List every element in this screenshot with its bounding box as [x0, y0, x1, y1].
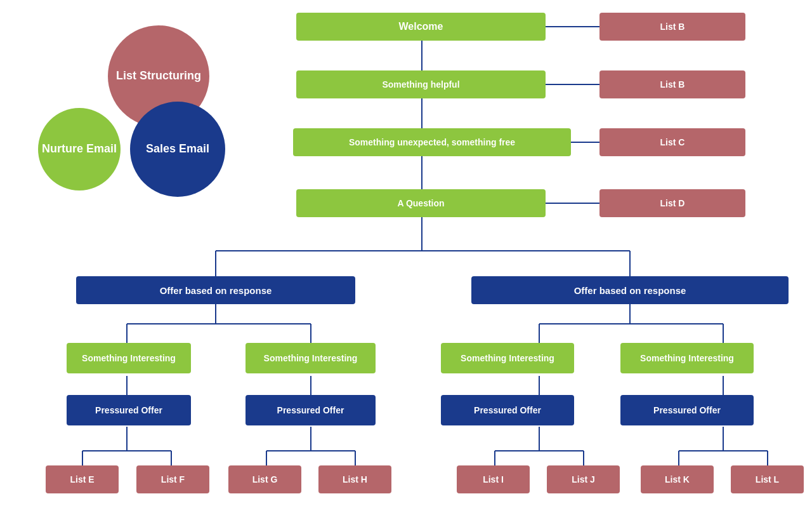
node-interesting-2: Something Interesting: [246, 343, 376, 373]
node-list-f: List F: [136, 465, 209, 493]
node-list-k: List K: [641, 465, 714, 493]
node-pressured-4: Pressured Offer: [620, 395, 754, 425]
circles-area: List Structuring Nurture Email Sales Ema…: [19, 19, 260, 260]
node-interesting-1: Something Interesting: [67, 343, 191, 373]
node-offer-left: Offer based on response: [76, 276, 355, 304]
node-pressured-2: Pressured Offer: [246, 395, 376, 425]
circle-sales-email: Sales Email: [130, 102, 225, 197]
node-list-h: List H: [318, 465, 391, 493]
node-list-d: List D: [599, 189, 745, 217]
node-interesting-3: Something Interesting: [441, 343, 574, 373]
diagram-container: List Structuring Nurture Email Sales Ema…: [0, 0, 812, 508]
node-welcome: Welcome: [296, 13, 546, 41]
node-list-b-2: List B: [599, 70, 745, 98]
node-list-c: List C: [599, 128, 745, 156]
node-something-helpful: Something helpful: [296, 70, 546, 98]
node-list-l: List L: [731, 465, 804, 493]
node-something-unexpected: Something unexpected, something free: [293, 128, 571, 156]
node-list-g: List G: [228, 465, 301, 493]
node-list-e: List E: [46, 465, 119, 493]
node-list-j: List J: [547, 465, 620, 493]
node-offer-right: Offer based on response: [471, 276, 789, 304]
node-list-i: List I: [457, 465, 530, 493]
node-list-b-1: List B: [599, 13, 745, 41]
node-pressured-3: Pressured Offer: [441, 395, 574, 425]
node-pressured-1: Pressured Offer: [67, 395, 191, 425]
node-interesting-4: Something Interesting: [620, 343, 754, 373]
node-a-question: A Question: [296, 189, 546, 217]
circle-nurture-email: Nurture Email: [38, 108, 121, 190]
